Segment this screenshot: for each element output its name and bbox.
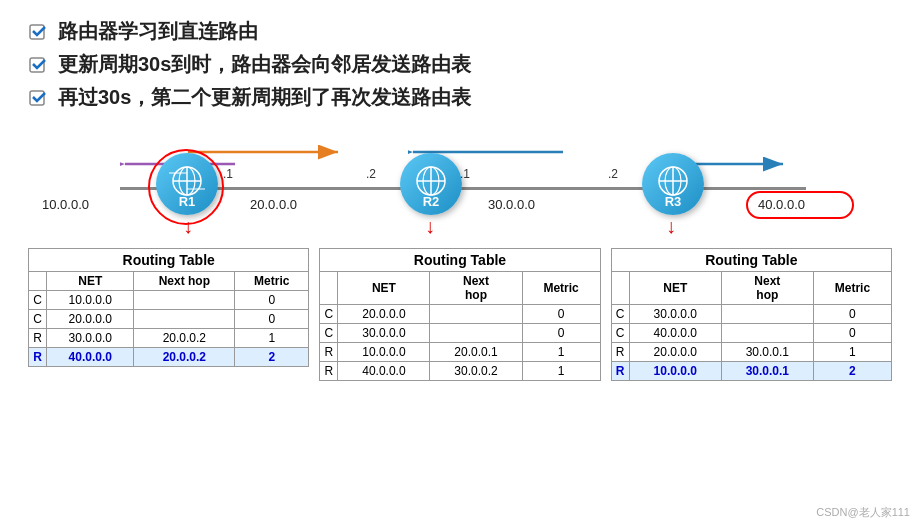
- bullet-2-text: 更新周期30s到时，路由器会向邻居发送路由表: [58, 51, 471, 78]
- table-r3-row0-type: C: [611, 305, 629, 324]
- table-r2-row0-type: C: [320, 305, 338, 324]
- table-r2-h3: Metric: [522, 272, 600, 305]
- table-r2-row1-metric: 0: [522, 324, 600, 343]
- table-r2-row0-nexthop: [430, 305, 522, 324]
- table-r1-row0-type: C: [29, 291, 47, 310]
- table-r3-row3-metric: 2: [813, 362, 891, 381]
- table-r2-row1-nexthop: [430, 324, 522, 343]
- table-r3-row2-net: 20.0.0.0: [629, 343, 721, 362]
- table-r2-wrapper: Routing Table NET Nexthop Metric C 20.0.…: [319, 248, 600, 381]
- bullet-1-text: 路由器学习到直连路由: [58, 18, 258, 45]
- table-r1-row2-metric: 1: [235, 329, 309, 348]
- table-r3-title-row: Routing Table: [611, 249, 891, 272]
- table-r1-row0-nexthop: [134, 291, 235, 310]
- table-r1-h1: NET: [47, 272, 134, 291]
- table-r2-title-row: Routing Table: [320, 249, 600, 272]
- table-r2-h1: NET: [338, 272, 430, 305]
- routing-table-r1: Routing Table NET Next hop Metric C 10.0…: [28, 248, 309, 367]
- table-r2-row3-nexthop: 30.0.0.2: [430, 362, 522, 381]
- table-r1-title-row: Routing Table: [29, 249, 309, 272]
- table-r2-row2-nexthop: 20.0.0.1: [430, 343, 522, 362]
- router-r2: R2: [400, 153, 462, 215]
- bullet-3-text: 再过30s，第二个更新周期到了再次发送路由表: [58, 84, 471, 111]
- bullet-icon-1: [28, 21, 50, 43]
- table-r3-row3-net: 10.0.0.0: [629, 362, 721, 381]
- table-r3-row0-net: 30.0.0.0: [629, 305, 721, 324]
- iface-r3-left: .2: [608, 167, 618, 181]
- net-label-40: 40.0.0.0: [758, 197, 805, 212]
- routing-table-r2: Routing Table NET Nexthop Metric C 20.0.…: [319, 248, 600, 381]
- table-r2-row3-type: R: [320, 362, 338, 381]
- net-label-10: 10.0.0.0: [42, 197, 89, 212]
- bullets-section: 路由器学习到直连路由 更新周期30s到时，路由器会向邻居发送路由表 再过30s，…: [28, 18, 892, 111]
- table-r3-row1-nexthop: [721, 324, 813, 343]
- iface-r2-right: .1: [460, 167, 470, 181]
- table-r1-wrapper: Routing Table NET Next hop Metric C 10.0…: [28, 248, 309, 381]
- table-r2-row-2: R 10.0.0.0 20.0.0.1 1: [320, 343, 600, 362]
- table-r3-row2-type: R: [611, 343, 629, 362]
- table-r3-row3-type: R: [611, 362, 629, 381]
- table-r1-h2: Next hop: [134, 272, 235, 291]
- table-r1-row2-net: 30.0.0.0: [47, 329, 134, 348]
- table-r3-h1: NET: [629, 272, 721, 305]
- table-r1-row0-net: 10.0.0.0: [47, 291, 134, 310]
- network-diagram: R1 R2: [28, 125, 892, 240]
- router-r2-label: R2: [423, 194, 440, 209]
- table-r1-row-2: R 30.0.0.0 20.0.0.2 1: [29, 329, 309, 348]
- table-r3-row-0: C 30.0.0.0 0: [611, 305, 891, 324]
- down-arrow-r2: ↓: [425, 215, 435, 238]
- table-r1-row-3: R 40.0.0.0 20.0.0.2 2: [29, 348, 309, 367]
- table-r2-row2-metric: 1: [522, 343, 600, 362]
- table-r2-title: Routing Table: [320, 249, 600, 272]
- table-r3-row1-net: 40.0.0.0: [629, 324, 721, 343]
- table-r1-row3-nexthop: 20.0.0.2: [134, 348, 235, 367]
- table-r3-header-row: NET Nexthop Metric: [611, 272, 891, 305]
- table-r2-row0-metric: 0: [522, 305, 600, 324]
- bullet-1: 路由器学习到直连路由: [28, 18, 892, 45]
- router-r3-icon: R3: [642, 153, 704, 215]
- table-r3-row-2: R 20.0.0.0 30.0.0.1 1: [611, 343, 891, 362]
- table-r1-h0: [29, 272, 47, 291]
- table-r1-row2-type: R: [29, 329, 47, 348]
- tables-row: Routing Table NET Next hop Metric C 10.0…: [28, 248, 892, 381]
- table-r3-row0-nexthop: [721, 305, 813, 324]
- table-r3-h2: Nexthop: [721, 272, 813, 305]
- table-r2-row-3: R 40.0.0.0 30.0.0.2 1: [320, 362, 600, 381]
- table-r3-h3: Metric: [813, 272, 891, 305]
- table-r3-row2-nexthop: 30.0.0.1: [721, 343, 813, 362]
- table-r2-h0: [320, 272, 338, 305]
- table-r1-row1-type: C: [29, 310, 47, 329]
- table-r3-wrapper: Routing Table NET Nexthop Metric C 30.0.…: [611, 248, 892, 381]
- router-r1-icon: R1: [156, 153, 218, 215]
- router-r3: R3: [642, 153, 704, 215]
- table-r2-row1-type: C: [320, 324, 338, 343]
- table-r1-row-0: C 10.0.0.0 0: [29, 291, 309, 310]
- router-r2-icon: R2: [400, 153, 462, 215]
- table-r2-row1-net: 30.0.0.0: [338, 324, 430, 343]
- table-r2-row2-net: 10.0.0.0: [338, 343, 430, 362]
- net-label-30: 30.0.0.0: [488, 197, 535, 212]
- table-r1-header-row: NET Next hop Metric: [29, 272, 309, 291]
- routing-table-r3: Routing Table NET Nexthop Metric C 30.0.…: [611, 248, 892, 381]
- table-r2-row-1: C 30.0.0.0 0: [320, 324, 600, 343]
- table-r3-row1-metric: 0: [813, 324, 891, 343]
- table-r3-title: Routing Table: [611, 249, 891, 272]
- table-r1-row3-type: R: [29, 348, 47, 367]
- table-r3-row1-type: C: [611, 324, 629, 343]
- table-r2-h2: Nexthop: [430, 272, 522, 305]
- down-arrow-r3: ↓: [666, 215, 676, 238]
- net-label-20: 20.0.0.0: [250, 197, 297, 212]
- router-r1-label: R1: [179, 194, 196, 209]
- table-r3-row3-nexthop: 30.0.0.1: [721, 362, 813, 381]
- table-r1-row1-nexthop: [134, 310, 235, 329]
- router-r1: R1: [156, 153, 218, 215]
- table-r3-row2-metric: 1: [813, 343, 891, 362]
- table-r1-row3-metric: 2: [235, 348, 309, 367]
- table-r2-row3-metric: 1: [522, 362, 600, 381]
- table-r1-row1-net: 20.0.0.0: [47, 310, 134, 329]
- svg-rect-2: [30, 91, 44, 105]
- table-r3-row-3: R 10.0.0.0 30.0.0.1 2: [611, 362, 891, 381]
- table-r1-title: Routing Table: [29, 249, 309, 272]
- table-r2-row0-net: 20.0.0.0: [338, 305, 430, 324]
- slide: 路由器学习到直连路由 更新周期30s到时，路由器会向邻居发送路由表 再过30s，…: [0, 0, 920, 526]
